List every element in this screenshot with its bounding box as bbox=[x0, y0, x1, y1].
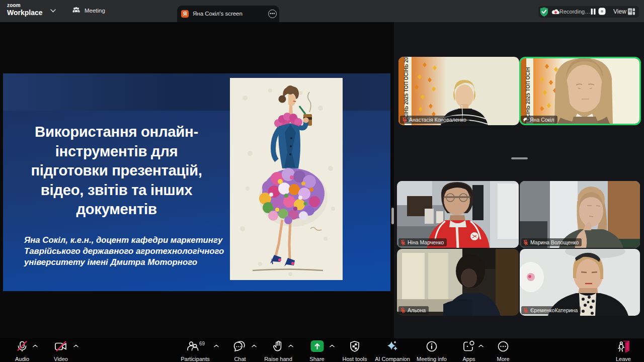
svg-text:69: 69 bbox=[199, 341, 205, 346]
svg-text:ОСІНЬ 2025 ТОП ОСІН: ОСІНЬ 2025 ТОП ОСІН bbox=[525, 67, 531, 122]
svg-text:ОСІНЬ 2025 ТОП ОСІНЬ 20: ОСІНЬ 2025 ТОП ОСІНЬ 20 bbox=[404, 57, 409, 122]
